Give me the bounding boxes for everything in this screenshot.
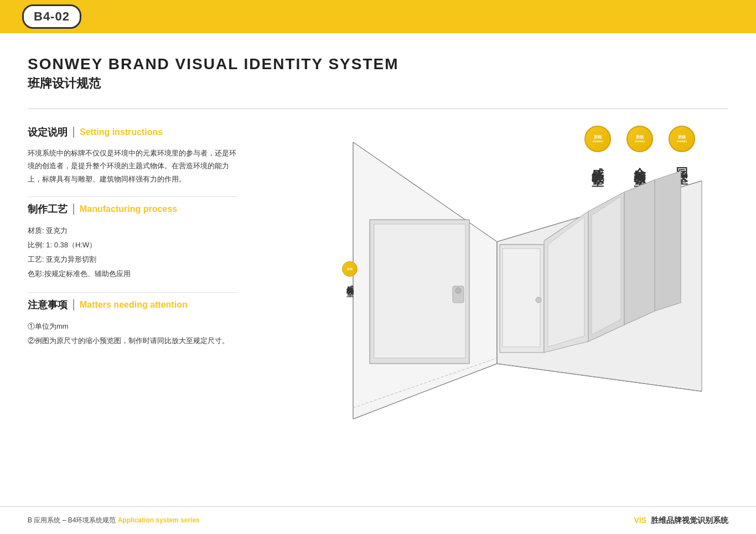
footer-right: VIS 胜维品牌视觉识别系统 — [634, 516, 728, 526]
heading-divider-3 — [73, 299, 74, 310]
footer-highlight: Application system series — [118, 516, 200, 524]
footer-left-text: B 应用系统 – B4环境系统规范 — [28, 516, 118, 524]
footer-brand: 胜维品牌视觉识别系统 — [651, 516, 728, 525]
svg-marker-15 — [655, 171, 681, 311]
list-item: ②例图为原尺寸的缩小预览图，制作时请同比放大至规定尺寸。 — [28, 334, 238, 348]
top-banner: B4-02 — [0, 0, 756, 33]
list-item: ①单位为mm — [28, 319, 238, 334]
content-columns: 设定说明 Setting instructions 环境系统中的标牌不仅仅是环境… — [28, 120, 728, 441]
title-divider — [28, 108, 728, 109]
small-sign-text: 感统教室 — [345, 279, 355, 286]
svg-rect-8 — [503, 248, 540, 347]
setting-heading: 设定说明 Setting instructions — [28, 126, 238, 139]
list-item: 材质: 亚克力 — [28, 224, 238, 238]
corridor-illustration — [260, 120, 728, 441]
section-sep-1 — [28, 196, 238, 197]
footer-vis: VIS — [634, 516, 649, 525]
list-item: 色彩:按规定标准色、辅助色应用 — [28, 267, 238, 281]
manufacturing-cn-label: 制作工艺 — [28, 203, 68, 216]
attention-list: ①单位为mm ②例图为原尺寸的缩小预览图，制作时请同比放大至规定尺寸。 — [28, 319, 238, 348]
setting-body: 环境系统中的标牌不仅仅是环境中的元素环境里的参与者，还是环境的创造者，是提升整个… — [28, 147, 238, 185]
title-english: SONWEY BRAND VISUAL IDENTITY SYSTEM — [28, 55, 728, 73]
page-badge: B4-02 — [22, 4, 81, 29]
small-badge-circle: 胜能 — [342, 261, 358, 277]
footer: B 应用系统 – B4环境系统规范 Application system ser… — [0, 506, 756, 534]
left-column: 设定说明 Setting instructions 环境系统中的标牌不仅仅是环境… — [28, 120, 238, 441]
right-column: 胜能 sonwey 感统教室 胜能 sonwey 全脑教室 — [260, 120, 728, 441]
attention-cn-label: 注意事项 — [28, 298, 68, 312]
manufacturing-list: 材质: 亚克力 比例: 1: 0.38（H:W） 工艺: 亚克力异形切割 色彩:… — [28, 224, 238, 281]
attention-heading: 注意事项 Matters needing attention — [28, 298, 238, 312]
title-section: SONWEY BRAND VISUAL IDENTITY SYSTEM 班牌设计… — [28, 55, 728, 92]
footer-left: B 应用系统 – B4环境系统规范 Application system ser… — [28, 516, 200, 525]
setting-en-label: Setting instructions — [80, 127, 163, 137]
svg-point-22 — [455, 288, 461, 293]
main-content: SONWEY BRAND VISUAL IDENTITY SYSTEM 班牌设计… — [0, 33, 756, 452]
list-item: 工艺: 亚克力异形切割 — [28, 252, 238, 267]
heading-divider — [73, 127, 74, 138]
svg-point-9 — [536, 297, 541, 303]
wall-sign: 胜能 感统教室 — [342, 261, 358, 286]
svg-rect-18 — [374, 224, 465, 358]
corridor-scene: 胜能 sonwey 感统教室 胜能 sonwey 全脑教室 — [260, 120, 728, 441]
list-item: 比例: 1: 0.38（H:W） — [28, 238, 238, 252]
heading-divider-2 — [73, 204, 74, 215]
attention-en-label: Matters needing attention — [80, 300, 188, 310]
section-sep-2 — [28, 292, 238, 293]
title-chinese: 班牌设计规范 — [28, 75, 728, 92]
manufacturing-heading: 制作工艺 Manufacturing process — [28, 203, 238, 216]
svg-marker-14 — [624, 180, 655, 325]
setting-cn-label: 设定说明 — [28, 126, 68, 139]
svg-marker-13 — [592, 196, 621, 335]
manufacturing-en-label: Manufacturing process — [80, 204, 177, 214]
